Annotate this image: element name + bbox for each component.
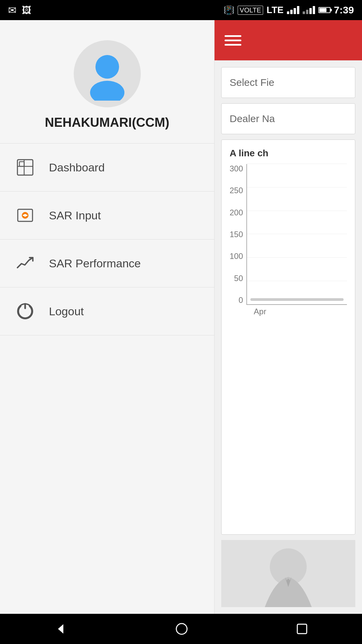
sidebar-item-label-sar-performance: SAR Performance bbox=[49, 257, 141, 270]
volte-badge: VOLTE bbox=[238, 6, 263, 15]
svg-point-1 bbox=[90, 81, 124, 101]
sidebar-item-logout[interactable]: Logout bbox=[0, 287, 214, 335]
avatar bbox=[74, 40, 141, 107]
sidebar-item-label-sar-input: SAR Input bbox=[49, 209, 101, 222]
chart-card: A line ch 0 50 100 150 200 250 300 bbox=[221, 140, 355, 535]
sidebar-item-label-logout: Logout bbox=[49, 305, 84, 318]
vibrate-icon: 📳 bbox=[224, 5, 234, 15]
y-label-300: 300 bbox=[230, 164, 243, 173]
svg-point-10 bbox=[26, 215, 27, 216]
svg-rect-17 bbox=[297, 624, 307, 634]
dashboard-icon bbox=[13, 156, 37, 179]
main-layout: NEHAKUMARI(CCM) Dashboard bbox=[0, 20, 362, 614]
chart-scrollbar[interactable] bbox=[250, 298, 344, 301]
hamburger-line-3 bbox=[225, 44, 241, 46]
sidebar-item-dashboard[interactable]: Dashboard bbox=[0, 144, 214, 192]
y-label-200: 200 bbox=[230, 208, 243, 217]
svg-point-16 bbox=[176, 624, 187, 634]
sidebar-item-sar-performance[interactable]: SAR Performance bbox=[0, 239, 214, 287]
dealer-name-field[interactable]: Dealer Na bbox=[221, 103, 355, 134]
back-button[interactable] bbox=[41, 619, 81, 639]
y-label-250: 250 bbox=[230, 186, 243, 195]
sidebar-item-sar-input[interactable]: SAR Input bbox=[0, 192, 214, 239]
sidebar-drawer: NEHAKUMARI(CCM) Dashboard bbox=[0, 20, 215, 614]
logout-icon bbox=[13, 300, 37, 323]
gmail-icon: ✉ bbox=[8, 4, 16, 16]
y-label-50: 50 bbox=[230, 274, 243, 283]
status-bar: ✉ 🖼 📳 VOLTE LTE 7:39 bbox=[0, 0, 362, 20]
svg-rect-3 bbox=[19, 162, 24, 166]
bottom-nav-bar bbox=[0, 614, 362, 644]
svg-point-9 bbox=[23, 215, 24, 216]
image-icon: 🖼 bbox=[22, 5, 31, 16]
sar-perf-icon bbox=[13, 252, 37, 275]
right-content-area: Select Fie Dealer Na A line ch 0 50 100 … bbox=[215, 60, 362, 614]
hamburger-menu-button[interactable] bbox=[225, 35, 241, 46]
home-button[interactable] bbox=[162, 619, 202, 639]
chart-area: 0 50 100 150 200 250 300 bbox=[230, 164, 347, 305]
user-name: NEHAKUMARI(CCM) bbox=[45, 115, 170, 130]
hamburger-line-2 bbox=[225, 40, 241, 41]
status-time: 7:39 bbox=[334, 4, 354, 16]
user-profile-section: NEHAKUMARI(CCM) bbox=[0, 20, 214, 144]
svg-point-0 bbox=[95, 55, 119, 78]
signal-icon bbox=[287, 6, 299, 14]
y-label-100: 100 bbox=[230, 252, 243, 261]
battery-icon bbox=[318, 7, 330, 13]
svg-marker-15 bbox=[58, 624, 63, 634]
hamburger-line-1 bbox=[225, 35, 241, 37]
bottom-avatar-hint bbox=[221, 540, 355, 607]
signal-icon-2 bbox=[303, 6, 315, 14]
y-label-0: 0 bbox=[230, 296, 243, 305]
sidebar-item-label-dashboard: Dashboard bbox=[49, 161, 105, 174]
y-label-150: 150 bbox=[230, 230, 243, 239]
svg-point-8 bbox=[24, 214, 26, 217]
chart-y-axis: 0 50 100 150 200 250 300 bbox=[230, 164, 246, 305]
app-header bbox=[215, 20, 362, 60]
chart-x-label-apr: Apr bbox=[254, 307, 266, 316]
nav-menu: Dashboard SAR Input bbox=[0, 144, 214, 614]
chart-plot: Apr bbox=[246, 164, 347, 305]
lte-label: LTE bbox=[266, 5, 284, 15]
select-field-dropdown[interactable]: Select Fie bbox=[221, 67, 355, 98]
recent-apps-button[interactable] bbox=[283, 620, 321, 638]
right-panel: Select Fie Dealer Na A line ch 0 50 100 … bbox=[215, 20, 362, 614]
chart-title: A line ch bbox=[230, 148, 347, 159]
sar-input-icon bbox=[13, 204, 37, 227]
